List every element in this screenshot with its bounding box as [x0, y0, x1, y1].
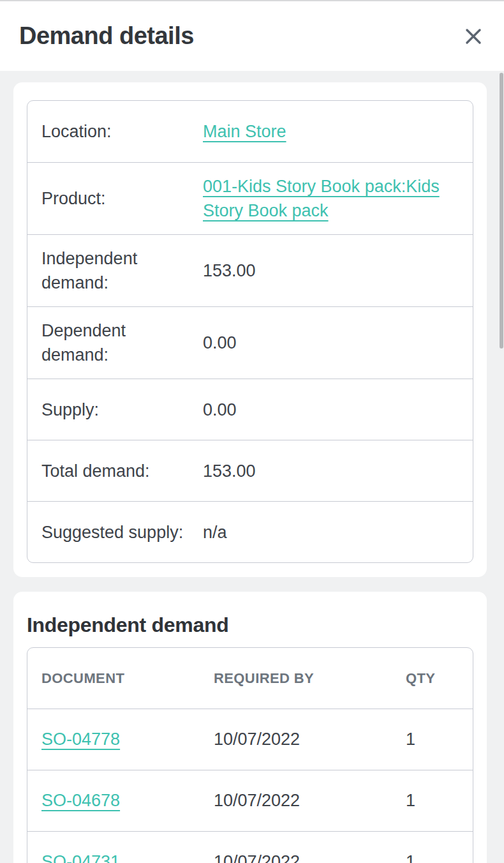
- table-header-row: DOCUMENT REQUIRED BY QTY: [27, 648, 473, 709]
- table-row-supply: Supply: 0.00: [27, 379, 473, 440]
- table-row-independent-demand: Independent demand: 153.00: [27, 234, 473, 306]
- column-header-required-by: REQUIRED BY: [214, 670, 406, 687]
- table-row-total-demand: Total demand: 153.00: [27, 440, 473, 501]
- independent-demand-card: Independent demand DOCUMENT REQUIRED BY …: [13, 592, 487, 863]
- qty-cell: 1: [406, 791, 473, 811]
- demand-details-card: Location: Main Store Product: 001-Kids S…: [13, 82, 487, 577]
- table-row-location: Location: Main Store: [27, 101, 473, 162]
- table-row-suggested-supply: Suggested supply: n/a: [27, 501, 473, 562]
- column-header-document: DOCUMENT: [27, 670, 214, 687]
- close-button[interactable]: [459, 22, 487, 50]
- required-by-cell: 10/07/2022: [214, 730, 406, 749]
- location-link[interactable]: Main Store: [203, 122, 286, 141]
- row-value: n/a: [203, 509, 473, 556]
- document-link[interactable]: SO-04731: [41, 852, 120, 863]
- row-label: Independent demand:: [27, 235, 203, 306]
- table-row: SO-04731 10/07/2022 1: [27, 831, 473, 863]
- row-label: Suggested supply:: [27, 509, 203, 556]
- qty-cell: 1: [406, 730, 473, 749]
- row-value: 0.00: [203, 386, 473, 433]
- modal-body: Location: Main Store Product: 001-Kids S…: [0, 82, 504, 863]
- document-link[interactable]: SO-04678: [41, 791, 120, 810]
- row-label: Total demand:: [27, 447, 203, 495]
- table-row-dependent-demand: Dependent demand: 0.00: [27, 306, 473, 379]
- section-title: Independent demand: [27, 613, 473, 637]
- row-value: 153.00: [203, 447, 473, 495]
- column-header-qty: QTY: [406, 670, 473, 687]
- row-label: Dependent demand:: [27, 307, 203, 379]
- product-link[interactable]: 001-Kids Story Book pack:Kids Story Book…: [203, 174, 460, 223]
- required-by-cell: 10/07/2022: [214, 852, 406, 863]
- independent-demand-table: DOCUMENT REQUIRED BY QTY SO-04778 10/07/…: [27, 647, 473, 863]
- row-label: Location:: [27, 108, 203, 155]
- document-link[interactable]: SO-04778: [41, 730, 120, 749]
- demand-details-table: Location: Main Store Product: 001-Kids S…: [27, 100, 473, 563]
- row-value: 0.00: [203, 319, 473, 366]
- qty-cell: 1: [406, 852, 473, 863]
- scrollbar-track[interactable]: [499, 72, 504, 863]
- table-row-product: Product: 001-Kids Story Book pack:Kids S…: [27, 162, 473, 234]
- scrollbar-thumb[interactable]: [500, 73, 503, 349]
- table-row: SO-04678 10/07/2022 1: [27, 770, 473, 831]
- modal-header: Demand details: [0, 1, 504, 71]
- close-icon: [464, 27, 483, 46]
- required-by-cell: 10/07/2022: [214, 791, 406, 811]
- row-label: Supply:: [27, 386, 203, 433]
- page-title: Demand details: [19, 22, 194, 50]
- row-value: 153.00: [203, 247, 473, 294]
- row-label: Product:: [27, 175, 203, 222]
- table-row: SO-04778 10/07/2022 1: [27, 709, 473, 770]
